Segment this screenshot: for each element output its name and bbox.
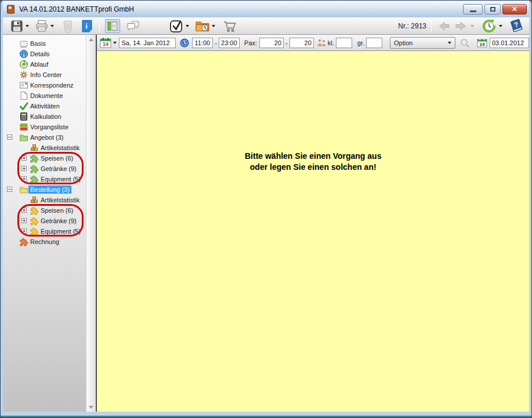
help-button[interactable]: ?	[508, 18, 524, 34]
scroll-up-button[interactable]	[86, 35, 96, 44]
sidebar-item-speisen-6[interactable]: Speisen (6)	[3, 205, 86, 216]
panel-view-icon	[106, 20, 119, 32]
collapse-box-icon[interactable]	[7, 135, 12, 140]
print-dropdown-icon[interactable]	[50, 25, 54, 27]
time-to-input[interactable]	[219, 38, 240, 48]
cart-button[interactable]	[222, 19, 237, 33]
calendar2-icon[interactable]: 14	[477, 38, 487, 48]
timer-dropdown-icon[interactable]	[499, 25, 502, 27]
sidebar-item-info-center[interactable]: Info Center	[3, 70, 86, 80]
expand-box-icon[interactable]	[21, 155, 27, 161]
sidebar-item-label: Basis	[28, 39, 48, 48]
chat-button[interactable]	[126, 19, 141, 33]
calendar-button[interactable]: 14	[100, 37, 117, 48]
guests-icon	[316, 38, 327, 48]
pax-label: Pax:	[244, 39, 257, 46]
reference-date-input[interactable]	[490, 38, 529, 48]
sidebar-item-speisen-6[interactable]: Speisen (6)	[3, 153, 86, 163]
expand-box-icon[interactable]	[21, 166, 27, 171]
gr-input[interactable]	[366, 38, 382, 48]
sidebar-item-label: Dokumente	[28, 92, 64, 100]
svg-text:14: 14	[480, 42, 485, 47]
main-toolbar: i Nr.: 2913	[3, 17, 529, 35]
sidebar-item-label: Bestellung (3)	[28, 186, 71, 194]
navigation-sidebar: BasisiDetailsAblaufInfo CenterKorrespond…	[3, 35, 96, 412]
expand-box-icon[interactable]	[21, 208, 27, 213]
sidebar-item-artikelstatistik[interactable]: Artikelstatistik	[3, 143, 86, 153]
maximize-button[interactable]	[484, 4, 501, 14]
sidebar-item-equipment-5[interactable]: Equipment (5)	[3, 174, 86, 184]
info-icon: i	[81, 19, 93, 33]
navigation-tree: BasisiDetailsAblaufInfo CenterKorrespond…	[3, 35, 86, 412]
option-select[interactable]: Option	[390, 37, 455, 49]
sidebar-item-label: Angebot (3)	[28, 133, 65, 141]
gr-label: gr.	[357, 39, 364, 46]
sidebar-scrollbar[interactable]	[86, 35, 96, 412]
letter-icon	[19, 81, 28, 90]
chat-icon	[126, 19, 141, 33]
panel-view-button[interactable]	[105, 19, 120, 33]
cart-icon	[222, 19, 237, 33]
expand-box-icon[interactable]	[21, 228, 27, 234]
sidebar-item-label: Aktivitäten	[28, 102, 61, 110]
sidebar-item-ablauf[interactable]: Ablauf	[3, 59, 86, 70]
forward-button	[454, 19, 468, 33]
folder-history-button[interactable]	[195, 19, 215, 33]
sidebar-item-rechnung[interactable]: Rechnung	[3, 237, 86, 247]
print-button[interactable]	[35, 19, 54, 33]
message-line-1: Bitte wählen Sie einen Vorgang aus	[97, 151, 529, 162]
toolbar-separator	[99, 20, 100, 32]
document-icon	[19, 91, 28, 100]
event-date-input[interactable]	[119, 38, 176, 48]
folder-dropdown-icon[interactable]	[212, 25, 215, 27]
close-button[interactable]: ✕	[502, 4, 527, 14]
sidebar-item-vorgangsliste[interactable]: Vorgangsliste	[3, 122, 86, 132]
sidebar-item-getränke-9[interactable]: Getränke (9)	[3, 163, 86, 174]
task-check-icon	[169, 19, 184, 34]
forward-icon	[454, 19, 468, 33]
sidebar-item-kalkulation[interactable]: Kalkulation	[3, 111, 86, 122]
timer-icon	[481, 18, 497, 34]
sidebar-item-basis[interactable]: Basis	[3, 38, 86, 49]
save-button[interactable]	[10, 19, 29, 33]
timer-button[interactable]	[481, 18, 502, 34]
pax-to-input[interactable]	[289, 38, 314, 48]
task-check-button[interactable]	[169, 19, 189, 34]
sidebar-item-details[interactable]: iDetails	[3, 49, 86, 59]
sidebar-item-artikelstatistik[interactable]: Artikelstatistik	[3, 195, 86, 205]
pax-from-input[interactable]	[259, 38, 284, 48]
clock-icon	[180, 38, 189, 48]
time-from-input[interactable]	[192, 38, 213, 48]
kl-input[interactable]	[336, 38, 352, 48]
save-dropdown-icon[interactable]	[26, 25, 29, 27]
folder-yellow-icon	[19, 185, 28, 194]
expand-box-icon[interactable]	[21, 176, 27, 181]
sidebar-item-label: Speisen (6)	[39, 206, 75, 215]
sidebar-item-korrespondenz[interactable]: Korrespondenz	[3, 80, 86, 90]
expand-box-icon[interactable]	[21, 218, 27, 223]
cubes-icon	[30, 143, 39, 152]
minimize-button[interactable]	[463, 4, 483, 14]
scroll-down-button[interactable]	[86, 402, 96, 412]
calculator-icon	[19, 112, 28, 121]
save-icon	[10, 19, 24, 33]
sidebar-item-aktivitäten[interactable]: Aktivitäten	[3, 101, 86, 111]
task-dropdown-icon[interactable]	[186, 25, 189, 27]
delete-icon	[61, 19, 75, 33]
option-dropdown-icon	[448, 42, 451, 44]
sidebar-item-angebot-3[interactable]: Angebot (3)	[3, 132, 86, 143]
collapse-box-icon[interactable]	[7, 187, 12, 192]
history-dropdown-icon	[471, 25, 474, 27]
stacked-list-icon	[19, 122, 28, 132]
order-number-label: Nr.:	[398, 22, 409, 30]
time-dash: -	[215, 39, 217, 46]
sidebar-item-getränke-9[interactable]: Getränke (9)	[3, 216, 86, 226]
sidebar-item-bestellung-3[interactable]: Bestellung (3)	[3, 184, 86, 195]
calendar-dropdown-icon[interactable]	[113, 42, 117, 44]
workspace-canvas[interactable]: Bitte wählen Sie einen Vorgang aus oder …	[97, 51, 529, 412]
info-button[interactable]: i	[81, 19, 93, 33]
sidebar-item-label: Details	[28, 50, 52, 58]
sidebar-item-equipment-5[interactable]: Equipment (5)	[3, 226, 86, 237]
sidebar-item-label: Speisen (6)	[39, 154, 75, 162]
sidebar-item-dokumente[interactable]: Dokumente	[3, 90, 86, 101]
